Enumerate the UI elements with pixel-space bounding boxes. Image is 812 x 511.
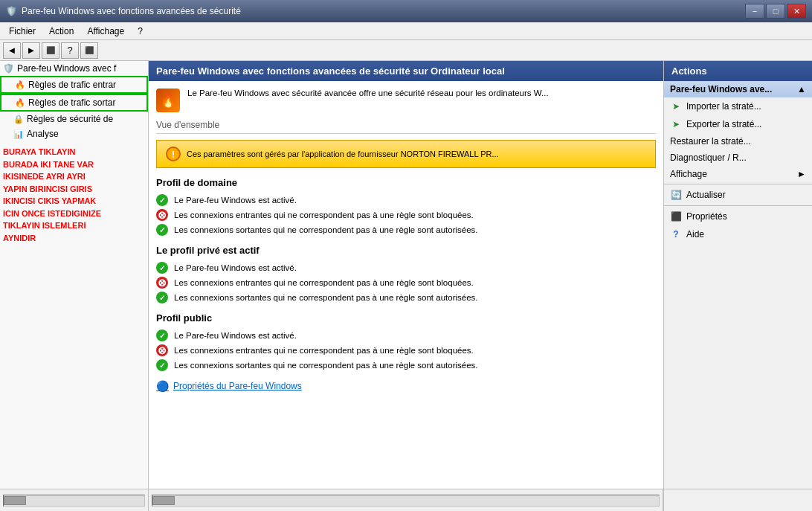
warning-banner: ! Ces paramètres sont gérés par l'applic… (156, 140, 656, 168)
title-bar: 🛡️ Pare-feu Windows avec fonctions avanc… (0, 0, 812, 22)
props-icon: ⬛ (670, 210, 682, 222)
sidebar-root-label: Pare-feu Windows avec f (17, 63, 116, 74)
center-header: Pare-feu Windows avec fonctions avancées… (149, 61, 663, 81)
help-button[interactable]: ? (61, 42, 79, 59)
instruction-line-8: AYNIDIR (3, 232, 145, 245)
close-button[interactable]: ✕ (787, 4, 806, 19)
center-scrollbar[interactable] (152, 495, 660, 507)
instruction-line-3: IKISINEDE AYRI AYRI (3, 170, 145, 183)
menu-affichage[interactable]: Affichage (81, 25, 130, 38)
status-left (0, 489, 149, 511)
private-rule-1: ✓ Le Pare-feu Windows est activé. (156, 260, 656, 275)
public-rule1-icon: ✓ (156, 330, 168, 341)
toolbar: ◄ ► ⬛ ? ⬛ (0, 40, 812, 61)
properties-link-icon: 🔵 (156, 380, 169, 392)
status-right (663, 489, 812, 511)
sidebar-outbound-label: Règles de trafic sortar (28, 97, 115, 108)
public-rule2-icon: ⊗ (156, 344, 168, 356)
instruction-line-1: BURAYA TIKLAYIN (3, 146, 145, 158)
restore-button[interactable]: □ (766, 4, 785, 19)
right-panel: Actions Pare-feu Windows ave... ▲ ➤ Impo… (663, 61, 812, 489)
right-item-view[interactable]: Affichage ► (664, 166, 812, 182)
vue-label: Vue d'ensemble (156, 120, 219, 130)
menu-fichier[interactable]: Fichier (3, 25, 42, 38)
right-item-refresh[interactable]: 🔄 Actualiser (664, 186, 812, 204)
right-item-restore-label: Restaurer la straté... (670, 136, 751, 147)
section-domain-title: Profil de domaine (156, 177, 656, 188)
analyse-icon: 📊 (13, 129, 24, 139)
outbound-icon: 🔥 (15, 98, 25, 108)
sidebar-root[interactable]: 🛡️ Pare-feu Windows avec f (0, 61, 148, 76)
domain-rule3-text: Les connexions sortantes qui ne correspo… (174, 225, 478, 234)
private-rule3-text: Les connexions sortantes qui ne correspo… (174, 293, 478, 302)
sidebar-security-label: Règles de sécurité de (27, 114, 113, 124)
sidebar-instructions: BURAYA TIKLAYIN BURADA IKI TANE VAR IKIS… (0, 141, 148, 248)
right-item-export[interactable]: ➤ Exporter la straté... (664, 115, 812, 133)
right-header-text: Actions (671, 65, 707, 77)
private-rule1-icon: ✓ (156, 262, 168, 274)
section-public-title: Profil public (156, 312, 656, 324)
security-icon: 🔒 (13, 115, 24, 124)
right-item-help[interactable]: ? Aide (664, 225, 812, 243)
private-rule2-icon: ⊗ (156, 277, 168, 289)
refresh-icon: 🔄 (670, 189, 682, 201)
domain-rule2-text: Les connexions entrantes qui ne correspo… (174, 210, 474, 219)
instruction-line-4: YAPIN BIRINCISI GIRIS (3, 183, 145, 196)
right-item-import-label: Importer la straté... (686, 101, 761, 112)
sidebar-item-security[interactable]: 🔒 Règles de sécurité de (0, 112, 148, 126)
firewall-small-icon: 🛡️ (3, 63, 14, 74)
right-item-export-label: Exporter la straté... (686, 119, 761, 129)
left-scrollbar[interactable] (3, 495, 145, 507)
right-item-import[interactable]: ➤ Importer la straté... (664, 97, 812, 115)
export-icon: ➤ (670, 118, 682, 130)
app-icon: 🛡️ (6, 6, 17, 16)
right-section-chevron: ▲ (797, 84, 806, 94)
right-item-view-label: Affichage (670, 169, 707, 179)
status-center (149, 489, 663, 511)
right-item-diag-label: Diagnostiquer / R... (670, 152, 747, 163)
public-rule2-text: Les connexions entrantes qui ne correspo… (174, 346, 474, 355)
sidebar-item-inbound[interactable]: 🔥 Règles de trafic entrar (0, 76, 148, 94)
public-rule3-icon: ✓ (156, 359, 168, 371)
sidebar-analyse-label: Analyse (27, 129, 59, 139)
public-rule-1: ✓ Le Pare-feu Windows est activé. (156, 328, 656, 343)
sidebar-inbound-label: Règles de trafic entrar (28, 80, 116, 90)
right-section-header: Pare-feu Windows ave... ▲ (664, 81, 812, 97)
window-title: Pare-feu Windows avec fonctions avancées… (22, 6, 241, 16)
right-divider-1 (664, 184, 812, 184)
right-divider-2 (664, 205, 812, 206)
private-rule-3: ✓ Les connexions sortantes qui ne corres… (156, 290, 656, 305)
up-button[interactable]: ⬛ (42, 42, 59, 59)
instruction-line-7: TIKLAYIN ISLEMLERI (3, 219, 145, 232)
right-item-restore[interactable]: Restaurer la straté... (664, 133, 812, 150)
public-rule-2: ⊗ Les connexions entrantes qui ne corres… (156, 343, 656, 358)
extra-button[interactable]: ⬛ (80, 42, 98, 59)
private-rule2-text: Les connexions entrantes qui ne correspo… (174, 278, 474, 287)
domain-rule-3: ✓ Les connexions sortantes qui ne corres… (156, 222, 656, 237)
right-item-props[interactable]: ⬛ Propriétés (664, 208, 812, 225)
vue-overview: Vue d'ensemble (156, 120, 656, 134)
status-bar (0, 489, 812, 511)
right-item-diag[interactable]: Diagnostiquer / R... (664, 150, 812, 166)
sidebar-item-analyse[interactable]: 📊 Analyse (0, 126, 148, 141)
menu-action[interactable]: Action (43, 25, 80, 38)
menu-help[interactable]: ? (132, 25, 149, 38)
properties-link[interactable]: 🔵 Propriétés du Pare-feu Windows (156, 380, 656, 392)
domain-rule3-icon: ✓ (156, 224, 168, 236)
firewall-icon: 🔥 (156, 89, 180, 112)
intro-text: Le Pare-feu Windows avec sécurité avancé… (187, 89, 549, 97)
right-item-refresh-label: Actualiser (686, 190, 726, 200)
private-rule1-text: Le Pare-feu Windows est activé. (174, 263, 297, 272)
help-icon: ? (670, 228, 682, 240)
forward-button[interactable]: ► (22, 42, 40, 59)
warning-icon: ! (166, 147, 181, 161)
right-item-view-arrow: ► (797, 169, 806, 179)
instruction-line-5: IKINCISI CIKIS YAPMAK (3, 195, 145, 208)
back-button[interactable]: ◄ (3, 42, 21, 59)
center-panel: Pare-feu Windows avec fonctions avancées… (149, 61, 663, 489)
center-content[interactable]: 🔥 Le Pare-feu Windows avec sécurité avan… (149, 81, 663, 489)
section-private-title: Le profil privé est actif (156, 245, 656, 256)
sidebar-item-outbound[interactable]: 🔥 Règles de trafic sortar (0, 94, 148, 112)
warning-text: Ces paramètres sont gérés par l'applicat… (187, 150, 499, 158)
minimize-button[interactable]: − (745, 4, 764, 19)
